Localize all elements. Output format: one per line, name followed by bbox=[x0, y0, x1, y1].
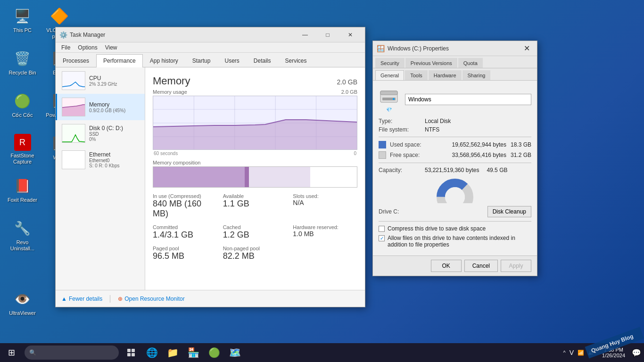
compress-checkbox[interactable] bbox=[379, 226, 385, 232]
open-resource-monitor-button[interactable]: ⊕ Open Resource Monitor bbox=[118, 296, 184, 302]
svg-rect-15 bbox=[380, 91, 397, 95]
svg-rect-23 bbox=[127, 353, 131, 356]
ethernet-sub: Ethernet0 bbox=[89, 158, 140, 163]
menu-options[interactable]: Options bbox=[74, 43, 101, 52]
free-color-swatch bbox=[379, 151, 386, 159]
tray-network[interactable]: 📶 bbox=[578, 350, 584, 356]
donut-chart-container bbox=[379, 178, 531, 203]
vlc-icon: 🔶 bbox=[50, 7, 69, 25]
memory-composition-bar bbox=[153, 166, 357, 188]
desktop-icon-foxit[interactable]: 📕 Foxit Reader bbox=[5, 174, 40, 205]
memory-usage-graph bbox=[153, 96, 357, 150]
start-button[interactable]: ⊞ bbox=[0, 343, 23, 362]
ok-button[interactable]: OK bbox=[431, 260, 462, 272]
prop-tab-security[interactable]: Security bbox=[375, 58, 405, 68]
used-space-bytes: 19,652,562,944 bytes bbox=[445, 141, 506, 148]
index-checkbox[interactable] bbox=[379, 235, 385, 241]
close-button[interactable]: ✕ bbox=[339, 27, 361, 42]
sidebar-item-disk[interactable]: Disk 0 (C: D:) SSD 0% bbox=[56, 120, 145, 147]
stat-hw-reserved: Hardware reserved: 1.0 MB bbox=[293, 224, 357, 240]
tab-users[interactable]: Users bbox=[217, 54, 246, 67]
footer-divider bbox=[379, 221, 531, 222]
desktop-icon-revo[interactable]: 🔧 Revo Uninstall... bbox=[5, 217, 40, 254]
type-label: Type: bbox=[379, 118, 421, 124]
this-pc-label: This PC bbox=[13, 27, 32, 33]
tab-services[interactable]: Services bbox=[278, 54, 314, 67]
memory-stat: 0.9/2.0 GB (45%) bbox=[89, 108, 140, 113]
fs-value: NTFS bbox=[425, 126, 439, 133]
prop-tab-previous-versions[interactable]: Previous Versions bbox=[405, 58, 457, 68]
taskbar-app-store[interactable]: 🏪 bbox=[183, 343, 204, 362]
stat-paged-pool-value: 96.5 MB bbox=[153, 251, 217, 261]
minimize-button[interactable]: — bbox=[294, 27, 316, 42]
stat-cached: Cached 1.2 GB bbox=[223, 224, 288, 240]
stat-hw-reserved-label: Hardware reserved: bbox=[293, 224, 357, 230]
apply-button[interactable]: Apply bbox=[501, 260, 531, 272]
taskbar-app-explorer[interactable]: 📁 bbox=[162, 343, 183, 362]
tab-performance[interactable]: Performance bbox=[96, 54, 143, 67]
fewer-details-button[interactable]: ▲ Fewer details bbox=[61, 296, 102, 302]
taskbar-app-5[interactable]: 🟢 bbox=[204, 343, 224, 362]
recycle-bin-label: Recycle Bin bbox=[8, 70, 36, 76]
drive-name-input[interactable] bbox=[405, 94, 531, 105]
prop-tab-hardware[interactable]: Hardware bbox=[429, 70, 462, 80]
menu-view[interactable]: View bbox=[101, 43, 121, 52]
prop-tab-tools[interactable]: Tools bbox=[405, 70, 428, 80]
taskbar-app-edge[interactable]: 🌐 bbox=[141, 343, 162, 362]
stat-slots-value: N/A bbox=[293, 199, 357, 206]
menu-file[interactable]: File bbox=[58, 43, 74, 52]
prop-tab-general[interactable]: General bbox=[375, 70, 404, 80]
used-color-swatch bbox=[379, 141, 386, 148]
index-checkbox-row: Allow files on this drive to have conten… bbox=[379, 235, 531, 248]
graph-max-label: 2.0 GB bbox=[341, 89, 357, 95]
properties-title: Windows (C:) Properties bbox=[388, 45, 520, 52]
compress-checkbox-row: Compress this drive to save disk space bbox=[379, 225, 531, 232]
task-manager-bottom: ▲ Fewer details ⊕ Open Resource Monitor bbox=[56, 290, 365, 307]
capacity-row: Capacity: 53,221,519,360 bytes 49.5 GB bbox=[379, 167, 531, 173]
tray-vpn[interactable]: V bbox=[570, 349, 574, 356]
cancel-button[interactable]: Cancel bbox=[464, 260, 498, 272]
tab-startup[interactable]: Startup bbox=[185, 54, 218, 67]
taskbar-app-6[interactable]: 🗺️ bbox=[224, 343, 245, 362]
stat-in-use-label: In use (Compressed) bbox=[153, 193, 217, 199]
stat-in-use: In use (Compressed) 840 MB (160 MB) bbox=[153, 193, 217, 219]
disk-cleanup-button[interactable]: Disk Cleanup bbox=[487, 206, 531, 217]
fs-row: File system: NTFS bbox=[379, 126, 531, 133]
capacity-bytes: 53,221,519,360 bytes bbox=[425, 167, 479, 173]
memory-usage-graph-container: Memory usage 2.0 GB bbox=[153, 89, 357, 156]
properties-close-button[interactable]: ✕ bbox=[520, 42, 533, 55]
notification-button[interactable]: 💬 bbox=[629, 343, 644, 362]
taskbar-app-taskview[interactable] bbox=[121, 343, 141, 362]
desktop-icon-faststone[interactable]: R FastStone Capture bbox=[5, 132, 40, 167]
desktop-icon-ultraviewer[interactable]: 👁️ UltraViewer bbox=[5, 288, 40, 318]
tab-processes[interactable]: Processes bbox=[56, 54, 96, 67]
properties-body: 💎 Type: Local Disk File system: NTFS Use… bbox=[373, 81, 537, 203]
ultraviewer-icon: 👁️ bbox=[13, 289, 32, 308]
tray-chevron[interactable]: ^ bbox=[563, 350, 566, 355]
task-manager-body: CPU 2% 3.29 GHz Memory 0.9/2.0 GB (45%) bbox=[56, 67, 365, 290]
desktop-icon-recycle-bin[interactable]: 🗑️ Recycle Bin bbox=[5, 47, 40, 78]
free-space-bytes: 33,568,956,416 bytes bbox=[445, 152, 506, 158]
tab-details[interactable]: Details bbox=[247, 54, 278, 67]
desktop-icon-cococ[interactable]: 🟢 Cốc Cốc bbox=[5, 90, 40, 120]
properties-tabs: Security Previous Versions Quota bbox=[373, 56, 537, 68]
maximize-button[interactable]: □ bbox=[317, 27, 339, 42]
memory-total: 2.0 GB bbox=[337, 78, 357, 86]
revo-icon: 🔧 bbox=[13, 219, 32, 238]
stat-committed: Committed 1.4/3.1 GB bbox=[153, 224, 217, 240]
disk-info: Disk 0 (C: D:) SSD 0% bbox=[89, 125, 140, 142]
composition-label: Memory composition bbox=[153, 160, 357, 165]
stat-nonpaged-pool-label: Non-paged pool bbox=[223, 246, 288, 251]
tab-app-history[interactable]: App history bbox=[143, 54, 185, 67]
used-space-gb: 18.3 GB bbox=[510, 141, 531, 148]
taskbar-search[interactable]: 🔍 bbox=[25, 346, 119, 360]
prop-tab-sharing[interactable]: Sharing bbox=[462, 70, 491, 80]
prop-tab-quota[interactable]: Quota bbox=[458, 58, 483, 68]
sidebar-item-ethernet[interactable]: Ethernet Ethernet0 S: 0 R: 0 Kbps bbox=[56, 147, 145, 173]
foxit-icon: 📕 bbox=[13, 176, 32, 195]
sidebar-item-cpu[interactable]: CPU 2% 3.29 GHz bbox=[56, 67, 145, 94]
memory-mini-graph bbox=[62, 98, 85, 116]
stat-slots-label: Slots used: bbox=[293, 193, 357, 199]
sidebar-item-memory[interactable]: Memory 0.9/2.0 GB (45%) bbox=[56, 94, 145, 120]
desktop-icon-this-pc[interactable]: 🖥️ This PC bbox=[5, 5, 40, 35]
